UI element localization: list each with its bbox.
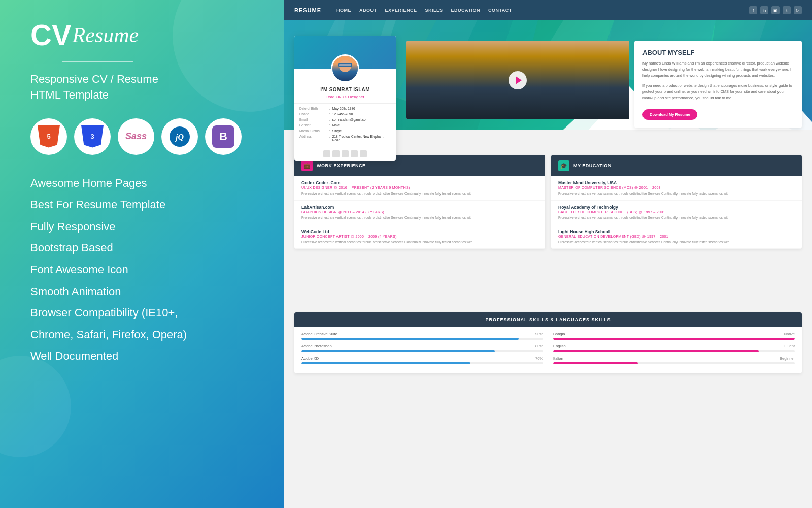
social-tw[interactable] <box>351 150 358 157</box>
work-company-3: WebCode Ltd <box>301 229 538 234</box>
edu-title: MY EDUCATION <box>573 163 612 168</box>
facebook-icon[interactable]: f <box>749 6 757 14</box>
work-role-1: UI/UX DESIGNER @ 2016 – Present (2 years… <box>301 186 538 189</box>
detail-gender: Gender : Male <box>299 122 391 128</box>
feature-item-1: Awesome Home Pages <box>30 173 254 194</box>
jquery-icon: jQ <box>161 118 198 155</box>
brand-resume-script: Resume <box>73 24 139 46</box>
edu-header: 🎓 MY EDUCATION <box>551 155 802 176</box>
video-thumbnail[interactable] <box>406 41 629 119</box>
work-company-1: Codex Coder .Com <box>301 180 538 185</box>
skill-acs-pct: 90% <box>535 332 543 336</box>
phone-value: 123-456-7890 <box>332 112 353 116</box>
linkedin-icon[interactable]: ▣ <box>771 6 780 14</box>
edu-school-3: Light House High School <box>558 229 795 234</box>
social-ig[interactable] <box>332 150 340 157</box>
edu-entry-1: Master Mind University, USA MASTER OF CO… <box>551 176 802 201</box>
edu-degree-2: BACHELOR OF COMPUTER SCIENCE (BCS) @ 199… <box>558 210 795 214</box>
work-icon: 💼 <box>301 160 313 171</box>
lang-english-name: English <box>553 344 566 348</box>
about-title: ABOUT MYSELF <box>642 49 794 56</box>
lang-italian-level: Beginner <box>780 356 795 361</box>
dob-value: May 26th, 1986 <box>332 107 355 110</box>
education-block: 🎓 MY EDUCATION Master Mind University, U… <box>551 155 802 249</box>
youtube-icon[interactable]: ▷ <box>794 6 802 14</box>
social-li[interactable] <box>342 150 349 157</box>
nav-skills[interactable]: SKILLS <box>425 8 443 13</box>
lang-english-level: Fluent <box>784 344 795 348</box>
brand-logo: CV Resume <box>30 20 254 50</box>
work-edu-section: 💼 WORK EXPERIENCE Codex Coder .Com UI/UX… <box>294 155 802 249</box>
skill-xd-name: Adobe XD <box>301 356 319 361</box>
skill-xd-pct: 70% <box>535 356 543 361</box>
edu-desc-2: Proressive orchestrate vertical scenario… <box>558 215 795 220</box>
twitter-icon[interactable]: t <box>783 6 791 14</box>
resume-content: I'M SOMRAT ISLAM Lead UI/UX Designer Dat… <box>284 20 812 508</box>
profile-avatar <box>331 54 359 83</box>
nav-education[interactable]: EDUCATION <box>451 8 480 13</box>
download-resume-button[interactable]: Download My Resume <box>642 109 697 120</box>
skill-acs-name: Adobe Creative Suite <box>301 332 337 336</box>
subtitle: Responsive CV / Resume HTML Template <box>30 72 254 103</box>
detail-address: Address : 218 Tropical Center, New Eleph… <box>299 134 391 143</box>
profile-card-header <box>294 36 396 69</box>
subtitle-line1: Responsive CV / Resume <box>30 72 254 87</box>
right-panel: RESUME HOME ABOUT EXPERIENCE SKILLS EDUC… <box>284 0 812 508</box>
dob-label: Date of Birth <box>299 107 327 110</box>
social-yt[interactable] <box>360 150 367 157</box>
nav-social-icons: f in ▣ t ▷ <box>749 6 802 14</box>
work-entry-1: Codex Coder .Com UI/UX DESIGNER @ 2016 –… <box>294 176 545 201</box>
css3-icon: 3 <box>74 118 111 155</box>
features-list: Awesome Home Pages Best For Resume Templ… <box>30 173 254 367</box>
feature-item-6: Smooth Animation <box>30 281 254 302</box>
gender-value: Male <box>332 123 340 127</box>
phone-label: Phone <box>299 112 327 116</box>
feature-item-9: Well Documented <box>30 346 254 367</box>
skill-ps-bar <box>301 350 495 352</box>
avatar-glasses <box>338 63 352 67</box>
skill-acs-bar <box>301 338 519 340</box>
nav-contact[interactable]: CONTACT <box>488 8 512 13</box>
nav-experience[interactable]: EXPERIENCE <box>385 8 417 13</box>
profile-card: I'M SOMRAT ISLAM Lead UI/UX Designer Dat… <box>294 36 396 161</box>
work-entry-3: WebCode Ltd JUNIOR CONCEPT ARTIST @ 2005… <box>294 225 545 249</box>
tech-icons-row: 5 3 Sass jQ B <box>30 118 254 155</box>
play-button[interactable] <box>509 71 527 89</box>
lang-italian-name: Italian <box>553 356 563 361</box>
edu-desc-1: Proressive orchestrate vertical scenario… <box>558 191 795 196</box>
social-fb[interactable] <box>323 150 330 157</box>
lang-bangla-name: Bangla <box>553 332 565 336</box>
sass-icon: Sass <box>118 118 154 155</box>
edu-entry-2: Royal Academy of Technolgy BACHELOR OF C… <box>551 201 802 225</box>
nav-links: HOME ABOUT EXPERIENCE SKILLS EDUCATION C… <box>336 8 749 13</box>
skills-section: PROFESSIONAL SKILLS & LANGUAGES SKILLS A… <box>294 312 802 373</box>
work-desc-2: Proressive orchestrate vertical scenario… <box>301 215 538 220</box>
marital-label: Martial Status <box>299 129 327 133</box>
html5-badge: 5 <box>38 125 60 148</box>
instagram-icon[interactable]: in <box>760 6 768 14</box>
work-title: WORK EXPERIENCE <box>317 163 366 168</box>
skill-acs: Adobe Creative Suite 90% <box>301 332 543 340</box>
skill-xd-bar <box>301 362 470 364</box>
nav-home[interactable]: HOME <box>336 8 351 13</box>
sass-label: Sass <box>125 131 147 142</box>
edu-school-2: Royal Academy of Technolgy <box>558 205 795 210</box>
language-skills-col: Bangla Native English Fluent <box>553 332 795 368</box>
profile-details: Date of Birth : May 26th, 1986 Phone : 1… <box>294 103 396 145</box>
nav-about[interactable]: ABOUT <box>359 8 377 13</box>
left-panel: CV Resume Responsive CV / Resume HTML Te… <box>0 0 284 508</box>
bootstrap-badge: B <box>212 125 234 148</box>
play-triangle-icon <box>516 76 522 84</box>
avatar-person <box>332 56 358 81</box>
feature-item-3: Fully Responsive <box>30 216 254 237</box>
lang-bangla-bar <box>553 338 795 340</box>
work-company-2: LabArtisan.com <box>301 205 538 210</box>
skill-xd: Adobe XD 70% <box>301 356 543 364</box>
lang-english-bar <box>553 350 759 352</box>
lang-italian-bar <box>553 362 638 364</box>
detail-email: Email : somratislam@gamil.com <box>299 117 391 122</box>
lang-bangla-level: Native <box>784 332 795 336</box>
skills-header: PROFESSIONAL SKILLS & LANGUAGES SKILLS <box>294 312 802 327</box>
jquery-svg: jQ <box>168 125 191 148</box>
edu-degree-1: MASTER OF COMPUTER SCIENCE (MCS) @ 2001 … <box>558 186 795 189</box>
